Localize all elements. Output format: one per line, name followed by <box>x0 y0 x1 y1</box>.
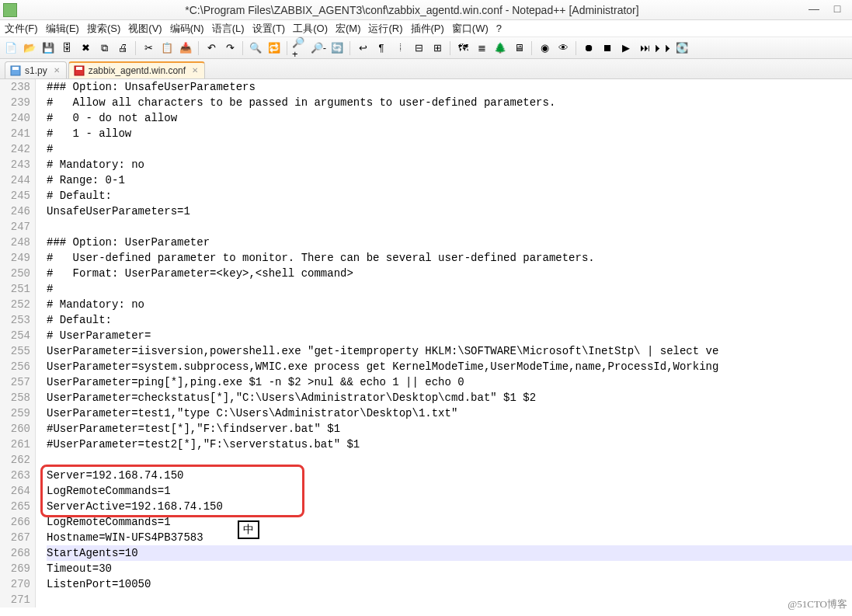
code-line[interactable]: # Allow all characters to be passed in a… <box>47 95 852 110</box>
disk-icon <box>10 65 21 76</box>
line-number: 266 <box>0 514 30 530</box>
stop-button[interactable]: ⏹ <box>600 40 615 56</box>
code-line[interactable]: # Default: <box>47 188 852 204</box>
code-line[interactable]: UserParameter=checkstatus[*],"C:\Users\A… <box>47 390 852 405</box>
menu-item[interactable]: 插件(P) <box>411 22 444 36</box>
code-line[interactable]: UserParameter=system.subprocess,WMIC.exe… <box>47 359 852 374</box>
menu-item[interactable]: 编码(N) <box>170 22 204 36</box>
code-line[interactable] <box>47 592 852 607</box>
code-line[interactable] <box>47 219 852 235</box>
code-line[interactable]: ListenPort=10050 <box>47 576 852 592</box>
minimize-button[interactable]: — <box>802 3 826 17</box>
close-button[interactable]: ✖ <box>78 40 93 56</box>
code-line[interactable] <box>47 452 852 468</box>
code-line[interactable]: # Default: <box>47 312 852 328</box>
fold-button[interactable]: ⊟ <box>411 40 426 56</box>
code-line[interactable]: UserParameter=ping[*],ping.exe $1 -n $2 … <box>47 374 852 390</box>
code-line[interactable]: Timeout=30 <box>47 561 852 576</box>
line-number: 246 <box>0 204 30 219</box>
menu-item[interactable]: 运行(R) <box>368 22 402 36</box>
func-list-button[interactable]: ≣ <box>474 40 489 56</box>
save-all-button[interactable]: 🗄 <box>59 40 75 56</box>
wordwrap-button[interactable]: ↩ <box>355 40 370 56</box>
code-line[interactable]: UserParameter=test1,"type C:\Users\Admin… <box>47 405 852 421</box>
code-line[interactable]: # Range: 0-1 <box>47 172 852 188</box>
menu-item[interactable]: 视图(V) <box>128 22 162 36</box>
code-line[interactable]: ### Option: UserParameter <box>47 235 852 250</box>
code-line[interactable]: # Format: UserParameter=<key>,<shell com… <box>47 266 852 281</box>
redo-button[interactable]: ↷ <box>222 40 238 56</box>
undo-button[interactable]: ↶ <box>203 40 219 56</box>
code-line[interactable]: Server=192.168.74.150 <box>47 468 852 483</box>
show-symbol-button[interactable]: ◉ <box>537 40 552 56</box>
cut-button[interactable]: ✂ <box>141 40 156 56</box>
code-line[interactable]: ServerActive=192.168.74.150 <box>47 499 852 514</box>
close-icon[interactable]: ✕ <box>190 66 200 75</box>
code-line[interactable]: StartAgents=10 <box>47 545 852 561</box>
menu-item[interactable]: ? <box>496 23 502 34</box>
code-area[interactable]: ### Option: UnsafeUserParameters# Allow … <box>36 79 852 607</box>
code-line[interactable]: LogRemoteCommands=1 <box>47 514 852 530</box>
toolbar-separator <box>576 41 576 55</box>
code-line[interactable]: UserParameter=iisversion,powershell.exe … <box>47 343 852 359</box>
folder-tree-button[interactable]: 🌲 <box>492 40 508 56</box>
show-all-button[interactable]: ¶ <box>374 40 389 56</box>
code-line[interactable]: # <box>47 281 852 297</box>
menu-item[interactable]: 搜索(S) <box>87 22 120 36</box>
menu-item[interactable]: 文件(F) <box>5 22 38 36</box>
zoom-out-button[interactable]: 🔎- <box>311 40 326 56</box>
find-button[interactable]: 🔍 <box>248 40 263 56</box>
save-button[interactable]: 💾 <box>40 40 56 56</box>
open-file-button[interactable]: 📂 <box>22 40 37 56</box>
play-multi-button[interactable]: ⏭ <box>637 40 652 56</box>
app-icon <box>3 3 17 17</box>
line-number: 244 <box>0 172 30 188</box>
code-line[interactable]: # UserParameter= <box>47 328 852 343</box>
close-all-button[interactable]: ⧉ <box>96 40 112 56</box>
new-file-button[interactable]: 📄 <box>3 40 19 56</box>
play-button[interactable]: ▶ <box>618 40 634 56</box>
code-line[interactable]: # Mandatory: no <box>47 297 852 312</box>
copy-button[interactable]: 📋 <box>159 40 175 56</box>
code-line[interactable]: # 0 - do not allow <box>47 110 852 126</box>
doc-map-button[interactable]: 🗺 <box>455 40 471 56</box>
toolbar-separator <box>242 41 243 55</box>
code-line[interactable]: #UserParameter=test[*],"F:\findserver.ba… <box>47 421 852 437</box>
code-line[interactable]: #UserParameter=test2[*],"F:\serverstatus… <box>47 437 852 452</box>
menu-item[interactable]: 窗口(W) <box>452 22 489 36</box>
close-icon[interactable]: ✕ <box>52 66 61 75</box>
code-line[interactable]: # 1 - allow <box>47 126 852 141</box>
menu-item[interactable]: 工具(O) <box>293 22 328 36</box>
replace-button[interactable]: 🔁 <box>266 40 282 56</box>
file-tab[interactable]: zabbix_agentd.win.conf✕ <box>68 61 205 78</box>
maximize-button[interactable]: □ <box>826 3 849 17</box>
menu-item[interactable]: 设置(T) <box>252 22 286 36</box>
sync-button[interactable]: 🔄 <box>329 40 345 56</box>
code-line[interactable]: Hostname=WIN-UFS4PB37583 <box>47 530 852 545</box>
record-button[interactable]: ⏺ <box>581 40 596 56</box>
eye-button[interactable]: 👁 <box>555 40 571 56</box>
menu-item[interactable]: 宏(M) <box>336 22 361 36</box>
line-number: 253 <box>0 312 30 328</box>
save-macro-button[interactable]: 💽 <box>674 40 690 56</box>
file-tab[interactable]: s1.py✕ <box>5 61 67 78</box>
tab-label: s1.py <box>25 65 47 76</box>
zoom-in-button[interactable]: 🔎+ <box>292 40 308 56</box>
code-line[interactable]: ### Option: UnsafeUserParameters <box>47 79 852 95</box>
code-line[interactable]: # User-defined parameter to monitor. The… <box>47 250 852 266</box>
monitor-button[interactable]: 🖥 <box>511 40 527 56</box>
print-button[interactable]: 🖨 <box>115 40 130 56</box>
code-line[interactable]: # <box>47 141 852 157</box>
play-fast-button[interactable]: ⏵⏵ <box>656 40 671 56</box>
code-line[interactable]: LogRemoteCommands=1 <box>47 483 852 499</box>
editor[interactable]: 2382392402412422432442452462472482492502… <box>0 79 852 616</box>
code-line[interactable]: UnsafeUserParameters=1 <box>47 204 852 219</box>
menu-item[interactable]: 编辑(E) <box>46 22 79 36</box>
line-number-gutter: 2382392402412422432442452462472482492502… <box>0 79 36 607</box>
indent-guide-button[interactable]: ⸽ <box>392 40 408 56</box>
paste-button[interactable]: 📥 <box>178 40 193 56</box>
unfold-button[interactable]: ⊞ <box>429 40 445 56</box>
line-number: 268 <box>0 545 30 561</box>
code-line[interactable]: # Mandatory: no <box>47 157 852 172</box>
menu-item[interactable]: 语言(L) <box>212 22 245 36</box>
